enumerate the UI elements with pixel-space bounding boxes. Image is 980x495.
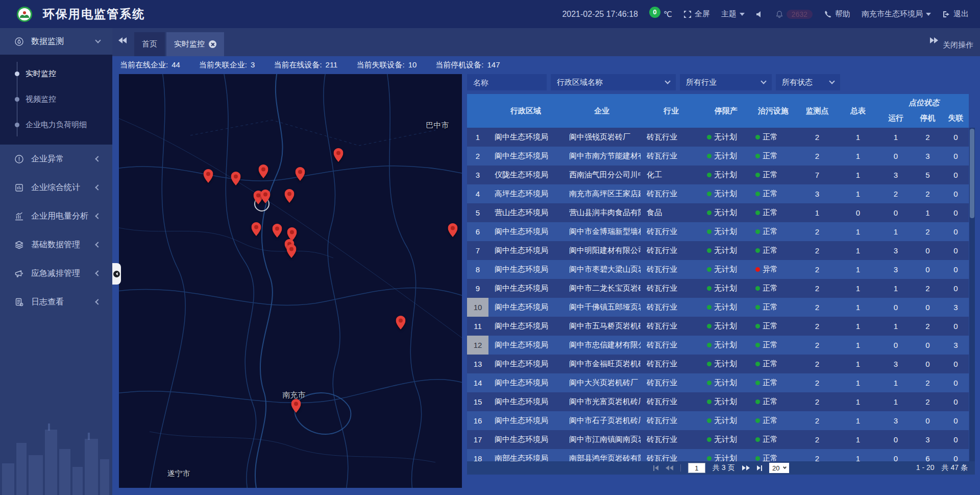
- theme-dropdown[interactable]: 主题: [721, 9, 745, 19]
- sidebar-item-power-analysis[interactable]: 企业用电量分析: [0, 202, 112, 230]
- table-row[interactable]: 15 阆中生态环境局 阆中市光富页岩机砖厂 砖瓦行业 无计划 正常 2 1 1: [467, 392, 969, 411]
- table-row[interactable]: 11 阆中生态环境局 阆中市五马桥页岩机砖 砖瓦行业 无计划 正常 2 1 1: [467, 317, 969, 336]
- col-limit-status: 停限产: [702, 94, 750, 128]
- sidebar-item-power-load-detail[interactable]: 企业电力负荷明细: [0, 112, 112, 137]
- map-pin-icon[interactable]: [231, 172, 241, 185]
- table-row[interactable]: 12 阆中生态环境局 阆中市忠信建材有限公 砖瓦行业 无计划 正常 2 1 0: [467, 336, 969, 355]
- cell-industry: 化工: [641, 166, 702, 184]
- org-dropdown[interactable]: 南充市生态环境局: [862, 9, 931, 19]
- sound-toggle-button[interactable]: [756, 10, 764, 18]
- pagination-bar: 共 3 页 20 1 - 20 共 47 条: [467, 461, 975, 475]
- status-filter-select[interactable]: 所有状态: [776, 74, 840, 90]
- map-pin-icon[interactable]: [204, 169, 213, 183]
- sidebar-item-data-monitor[interactable]: 数据监测: [0, 28, 112, 55]
- table-row[interactable]: 1 阆中生态环境局 阆中强锐页岩砖厂 砖瓦行业 无计划 正常 2 1 1: [467, 128, 969, 147]
- cell-region: 阆中生态环境局: [488, 411, 563, 430]
- table-row[interactable]: 2 阆中生态环境局 阆中市南方节能建材有 砖瓦行业 无计划 正常 2 1 0: [467, 147, 969, 166]
- map-pin-icon[interactable]: [259, 164, 268, 178]
- sidebar-collapse-handle[interactable]: [112, 263, 121, 285]
- close-operations-button[interactable]: 关闭操作: [943, 40, 973, 50]
- tab-scroll-left-button[interactable]: [118, 37, 127, 43]
- col-row-number: [467, 94, 488, 128]
- cell-region: 阆中生态环境局: [488, 241, 563, 260]
- map-pin-icon[interactable]: [334, 148, 344, 162]
- cell-total-meters: 1: [838, 392, 878, 411]
- table-row[interactable]: 6 阆中生态环境局 阆中市金博瑞新型墙材 砖瓦行业 无计划 正常 2 1 1: [467, 222, 969, 241]
- map-pin-icon[interactable]: [287, 244, 297, 258]
- cell-industry: 砖瓦行业: [641, 430, 702, 449]
- cell-region: 阆中生态环境局: [488, 336, 563, 355]
- last-page-button[interactable]: [757, 465, 763, 471]
- cell-region: 阆中生态环境局: [488, 279, 563, 298]
- cell-total-meters: 1: [838, 128, 878, 147]
- cell-offline: 0: [942, 203, 969, 222]
- cell-facility-status: 正常: [750, 279, 796, 298]
- prev-page-button[interactable]: [666, 465, 673, 470]
- cell-region: 高坪生态环境局: [488, 184, 563, 203]
- table-row[interactable]: 5 营山生态环境局 营山县润丰肉食品有限 食品 无计划 正常 1 0 0: [467, 203, 969, 222]
- page-number-input[interactable]: [688, 463, 705, 473]
- scrollbar-thumb[interactable]: [970, 129, 974, 218]
- map-pin-icon[interactable]: [291, 399, 301, 413]
- tab-scroll-right-button[interactable]: [930, 37, 938, 43]
- chevron-down-icon: [665, 78, 670, 84]
- first-page-button[interactable]: [653, 465, 658, 471]
- map-pin-icon[interactable]: [252, 222, 261, 236]
- cell-region: 阆中生态环境局: [488, 355, 563, 373]
- table-row[interactable]: 7 阆中生态环境局 阆中明阳建材有限公司 砖瓦行业 无计划 正常 2 1 3: [467, 241, 969, 260]
- table-row[interactable]: 10 阆中生态环境局 阆中千佛镇五郎垭页岩 砖瓦行业 无计划 正常 2 1 0: [467, 298, 969, 317]
- table-row[interactable]: 18 南部生态环境局 南部县鸿华页岩砖有限公 砖瓦行业 无计划 正常 2 1 0: [467, 449, 969, 461]
- sidebar-item-enterprise-statistics[interactable]: 企业综合统计: [0, 173, 112, 202]
- sidebar: 数据监测 实时监控 视频监控 企业电力负荷明细 企业异常 企业综合统计: [0, 28, 112, 495]
- name-filter-input[interactable]: [473, 78, 541, 87]
- map-pin-icon[interactable]: [273, 224, 282, 238]
- total-pages-label: 共 3 页: [713, 463, 735, 473]
- table-scrollbar[interactable]: [969, 128, 975, 461]
- map-view[interactable]: 巴中市 南充市 遂宁市: [119, 74, 462, 488]
- cell-limit-status: 无计划: [702, 279, 750, 298]
- cell-total-meters: 0: [838, 203, 878, 222]
- table-row[interactable]: 16 阆中生态环境局 阆中市石子页岩机砖厂 砖瓦行业 无计划 正常 2 1 3: [467, 411, 969, 430]
- cell-running: 3: [878, 260, 914, 279]
- sidebar-item-realtime-monitor[interactable]: 实时监控: [0, 61, 112, 86]
- page-size-select[interactable]: 20: [769, 463, 789, 473]
- notifications-button[interactable]: 2632: [775, 10, 813, 19]
- map-pin-icon[interactable]: [448, 223, 458, 237]
- industry-filter-select[interactable]: 所有行业: [680, 74, 772, 90]
- table-row[interactable]: 14 阆中生态环境局 阆中大兴页岩机砖厂 砖瓦行业 无计划 正常 2 1 1: [467, 373, 969, 392]
- tab-realtime-monitor[interactable]: 实时监控: [166, 32, 224, 56]
- map-pin-icon[interactable]: [261, 190, 271, 203]
- region-filter-select[interactable]: 行政区域名称: [551, 74, 676, 90]
- sidebar-item-log-view[interactable]: 日志查看: [0, 288, 112, 316]
- table-row[interactable]: 9 阆中生态环境局 阆中市二龙长宝页岩砖 砖瓦行业 无计划 正常 2 1 1: [467, 279, 969, 298]
- table-row[interactable]: 8 阆中生态环境局 阆中市枣碧大梁山页岩 砖瓦行业 无计划 异常 2 1 3: [467, 260, 969, 279]
- cell-facility-status: 异常: [750, 260, 796, 279]
- map-pin-icon[interactable]: [285, 189, 295, 203]
- sidebar-item-enterprise-abnormal[interactable]: 企业异常: [0, 145, 112, 173]
- sidebar-item-emergency-reduction[interactable]: 应急减排管理: [0, 259, 112, 288]
- fullscreen-button[interactable]: 全屏: [683, 9, 710, 19]
- map-pin-icon[interactable]: [296, 167, 305, 181]
- table-row[interactable]: 3 仪陇生态环境局 西南油气田分公司川中 化工 无计划 正常 7 1 3: [467, 166, 969, 184]
- cell-total-meters: 1: [838, 147, 878, 166]
- cell-running: 0: [878, 298, 914, 317]
- status-dot-icon: [755, 192, 760, 196]
- next-page-button[interactable]: [742, 465, 750, 470]
- table-row[interactable]: 17 阆中生态环境局 阆中市江南镇阆南页岩 砖瓦行业 无计划 正常 2 1 0: [467, 430, 969, 449]
- sidebar-item-base-data[interactable]: 基础数据管理: [0, 230, 112, 259]
- sidebar-item-video-monitor[interactable]: 视频监控: [0, 86, 112, 112]
- logout-button[interactable]: 退出: [942, 9, 969, 19]
- help-button[interactable]: 帮助: [824, 9, 850, 19]
- close-tab-icon[interactable]: [209, 40, 216, 48]
- status-dot-icon: [707, 248, 712, 253]
- map-pin-icon[interactable]: [396, 316, 406, 329]
- cell-row-number: 6: [467, 222, 488, 241]
- cell-company: 阆中市二龙长宝页岩砖: [563, 279, 641, 298]
- temperature-badge: 0: [649, 7, 660, 18]
- cell-facility-status: 正常: [750, 147, 796, 166]
- table-row[interactable]: 13 阆中生态环境局 阆中市金福旺页岩机砖 砖瓦行业 无计划 正常 2 1 3: [467, 355, 969, 373]
- tab-home[interactable]: 首页: [134, 32, 165, 56]
- stat-offline-devices: 当前失联设备:10: [356, 60, 416, 72]
- table-row[interactable]: 4 高坪生态环境局 南充市高坪区王家店建 砖瓦行业 无计划 正常 3 1 2: [467, 184, 969, 203]
- cell-facility-status: 正常: [750, 355, 796, 373]
